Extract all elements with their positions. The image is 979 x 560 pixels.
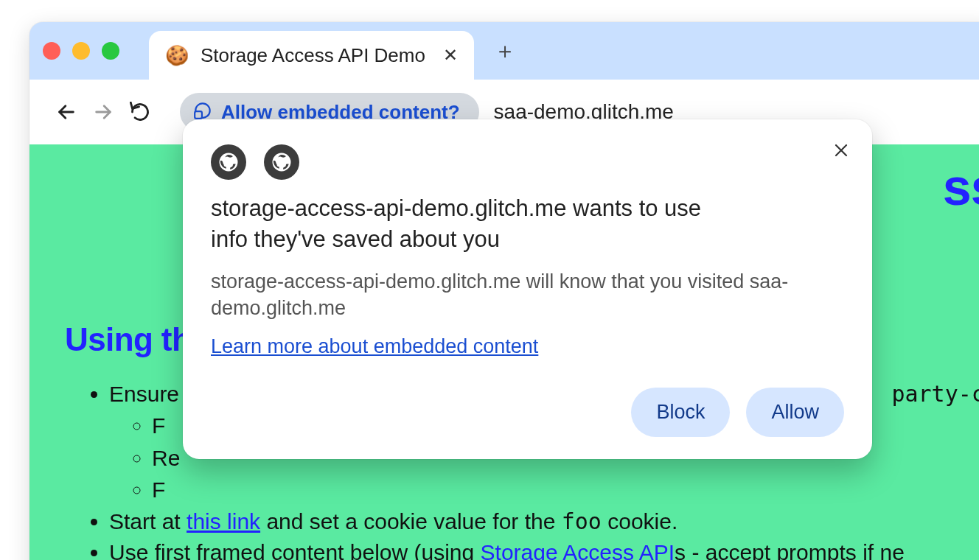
- this-link[interactable]: this link: [187, 509, 260, 533]
- prompt-subtitle: storage-access-api-demo.glitch.me will k…: [211, 268, 793, 322]
- block-button[interactable]: Block: [631, 388, 730, 437]
- list-item: Use first framed content below (using St…: [109, 537, 967, 561]
- arrow-right-icon: [93, 102, 114, 122]
- reload-button[interactable]: [124, 96, 156, 128]
- minimize-window-button[interactable]: [72, 42, 90, 60]
- tab-title: Storage Access API Demo: [201, 44, 425, 67]
- allow-button[interactable]: Allow: [746, 388, 844, 437]
- tab-favicon: 🍪: [165, 46, 189, 65]
- svg-rect-2: [195, 111, 202, 119]
- new-tab-button[interactable]: ＋: [489, 35, 521, 67]
- window-controls: [43, 42, 119, 60]
- reload-icon: [130, 102, 150, 122]
- globe-icon: [264, 144, 299, 180]
- forward-button[interactable]: [87, 96, 119, 128]
- flag-fragment: party-coo: [891, 379, 979, 410]
- list-item: F: [152, 474, 967, 506]
- prompt-icons: [211, 144, 844, 180]
- back-button[interactable]: [50, 96, 83, 128]
- permission-prompt: storage-access-api-demo.glitch.me wants …: [183, 119, 872, 459]
- prompt-buttons: Block Allow: [211, 388, 844, 437]
- tab-strip: 🍪 Storage Access API Demo ✕ ＋: [29, 22, 979, 80]
- close-window-button[interactable]: [43, 42, 60, 60]
- list-item: Start at this link and set a cookie valu…: [109, 506, 967, 537]
- close-icon: [832, 141, 850, 159]
- close-button[interactable]: [826, 136, 856, 165]
- storage-access-api-link[interactable]: Storage Access API: [481, 540, 675, 561]
- close-tab-icon[interactable]: ✕: [443, 45, 458, 66]
- page-heading-fragment: ss A: [943, 158, 979, 217]
- globe-icon: [211, 144, 246, 180]
- learn-more-link[interactable]: Learn more about embedded content: [211, 335, 538, 358]
- browser-tab[interactable]: 🍪 Storage Access API Demo ✕: [149, 31, 474, 80]
- arrow-left-icon: [56, 102, 77, 122]
- fullscreen-window-button[interactable]: [102, 42, 119, 60]
- prompt-title: storage-access-api-demo.glitch.me wants …: [211, 193, 742, 255]
